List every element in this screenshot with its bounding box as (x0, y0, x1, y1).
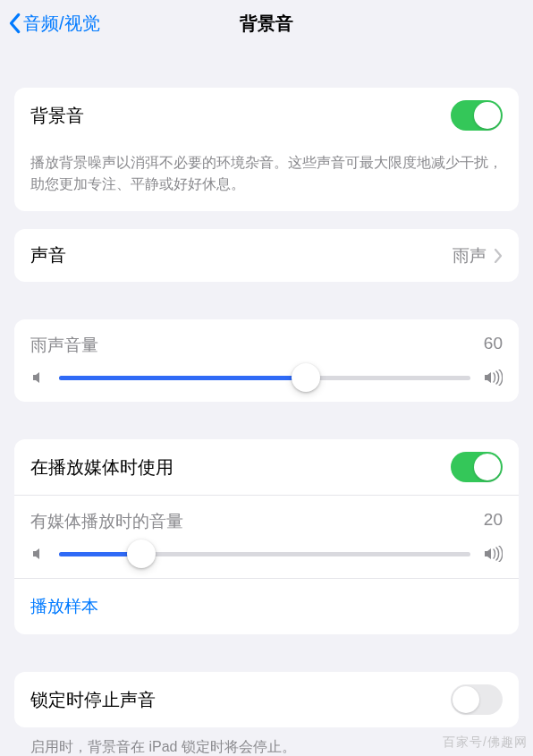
group-media: 在播放媒体时使用 有媒体播放时的音量 20 播放样本 (14, 439, 519, 634)
use-with-media-toggle[interactable] (451, 452, 503, 482)
rain-volume-label: 雨声音量 (30, 334, 98, 357)
background-sound-footer: 播放背景噪声以消弭不必要的环境杂音。这些声音可最大限度地减少干扰，助您更加专注、… (14, 143, 519, 211)
stop-when-locked-toggle[interactable] (451, 684, 503, 715)
row-sound-picker[interactable]: 声音 雨声 (14, 229, 519, 282)
row-background-sound: 背景音 (14, 88, 519, 143)
sound-value: 雨声 (453, 244, 486, 268)
group-sound: 声音 雨声 (14, 229, 519, 282)
use-with-media-label: 在播放媒体时使用 (30, 455, 173, 480)
row-stop-when-locked: 锁定时停止声音 (14, 672, 519, 727)
sound-label: 声音 (30, 243, 66, 268)
background-sound-label: 背景音 (30, 104, 84, 128)
media-volume-label: 有媒体播放时的音量 (30, 510, 183, 533)
volume-high-icon (483, 370, 503, 386)
watermark: 百家号/佛趣网 (443, 735, 528, 751)
back-button[interactable]: 音频/视觉 (7, 12, 100, 36)
media-volume-value: 20 (484, 510, 503, 533)
rain-volume-slider[interactable] (59, 376, 470, 380)
volume-low-icon (30, 546, 47, 562)
chevron-left-icon (7, 13, 21, 34)
nav-bar: 音频/视觉 背景音 (0, 0, 533, 47)
media-volume-slider[interactable] (59, 552, 470, 556)
group-lock: 锁定时停止声音 (14, 672, 519, 727)
page-title: 背景音 (240, 12, 293, 36)
row-play-sample[interactable]: 播放样本 (14, 578, 519, 634)
volume-low-icon (30, 370, 47, 386)
volume-high-icon (483, 546, 503, 562)
back-label: 音频/视觉 (23, 12, 100, 36)
row-use-with-media: 在播放媒体时使用 (14, 439, 519, 495)
group-main-toggle: 背景音 播放背景噪声以消弭不必要的环境杂音。这些声音可最大限度地减少干扰，助您更… (14, 88, 519, 211)
background-sound-toggle[interactable] (451, 100, 503, 131)
play-sample-link: 播放样本 (30, 597, 98, 616)
rain-volume-value: 60 (484, 334, 503, 357)
chevron-right-icon (494, 249, 503, 263)
group-rain-volume: 雨声音量 60 (14, 319, 519, 402)
stop-when-locked-label: 锁定时停止声音 (30, 688, 156, 712)
